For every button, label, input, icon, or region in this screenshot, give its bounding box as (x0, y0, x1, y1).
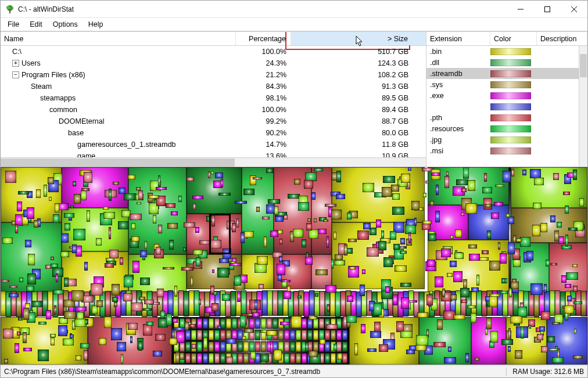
treemap-block[interactable] (9, 286, 17, 288)
treemap-block[interactable] (75, 307, 87, 311)
treemap-block[interactable] (184, 291, 189, 316)
treemap-block[interactable] (284, 353, 289, 363)
treemap-block[interactable] (250, 351, 256, 359)
treemap-block[interactable] (63, 339, 74, 345)
treemap-block[interactable] (244, 329, 254, 333)
treemap-block[interactable] (242, 336, 246, 340)
treemap-block[interactable] (87, 210, 90, 222)
treemap-block[interactable] (38, 322, 46, 325)
treemap-block[interactable] (210, 286, 214, 294)
treemap-block[interactable] (511, 282, 519, 289)
treemap-block[interactable] (26, 286, 34, 291)
treemap-block[interactable] (274, 206, 278, 215)
treemap-block[interactable] (330, 291, 335, 316)
treemap-block[interactable] (84, 262, 88, 271)
treemap-block[interactable] (482, 250, 489, 254)
treemap-block[interactable] (400, 331, 413, 338)
treemap-block[interactable] (293, 229, 303, 237)
treemap-block[interactable] (132, 261, 139, 273)
treemap-block[interactable] (215, 172, 223, 178)
treemap-block[interactable] (334, 344, 337, 351)
treemap-block[interactable] (552, 357, 564, 363)
treemap-block[interactable] (336, 341, 342, 352)
treemap-block[interactable] (309, 229, 318, 239)
treemap-block[interactable] (15, 224, 18, 233)
treemap-block[interactable] (220, 341, 225, 352)
treemap-block[interactable] (547, 336, 555, 343)
treemap-block[interactable] (342, 330, 347, 340)
treemap-block[interactable] (270, 341, 273, 353)
treemap-block[interactable] (411, 201, 420, 210)
treemap-block[interactable] (274, 350, 282, 361)
treemap-block[interactable] (315, 293, 318, 297)
treemap-block[interactable] (302, 239, 306, 247)
treemap-block[interactable] (309, 316, 317, 319)
treemap-block[interactable] (461, 213, 464, 216)
treemap-block[interactable] (408, 167, 411, 171)
treemap-block[interactable] (362, 269, 365, 274)
treemap-block[interactable] (2, 237, 13, 244)
treemap-block[interactable] (557, 222, 562, 228)
treemap-block[interactable] (349, 267, 356, 269)
treemap-block[interactable] (267, 318, 272, 329)
tree-body[interactable]: C:\100.0%510.7 GB+Users24.3%124.3 GB−Pro… (1, 46, 426, 157)
ext-row[interactable]: .dll (426, 57, 587, 68)
treemap-block[interactable] (219, 258, 229, 263)
treemap-block[interactable] (521, 326, 524, 339)
treemap-block[interactable] (217, 326, 221, 329)
treemap-block[interactable] (526, 251, 533, 261)
treemap-block[interactable] (64, 311, 76, 319)
treemap-block[interactable] (220, 353, 225, 363)
treemap-block[interactable] (131, 303, 143, 311)
treemap-block[interactable] (586, 291, 587, 316)
treemap-block[interactable] (550, 290, 555, 316)
treemap-block[interactable] (124, 276, 133, 287)
treemap-block[interactable] (80, 343, 89, 348)
treemap-block[interactable] (395, 265, 407, 272)
treemap-block[interactable] (113, 182, 119, 185)
treemap-block[interactable] (548, 348, 558, 351)
treemap-block[interactable] (178, 196, 182, 202)
treemap-block[interactable] (160, 311, 165, 318)
treemap-block[interactable] (28, 254, 35, 265)
treemap-block[interactable] (534, 178, 544, 185)
treemap-block[interactable] (325, 291, 330, 316)
treemap-block[interactable] (408, 232, 411, 243)
treemap-block[interactable] (574, 329, 576, 334)
treemap-block[interactable] (489, 261, 500, 271)
treemap-block[interactable] (241, 232, 245, 243)
treemap-block[interactable] (169, 338, 177, 345)
treemap-block[interactable] (320, 291, 325, 316)
treemap-block[interactable] (296, 353, 301, 363)
treemap-block[interactable] (46, 310, 51, 319)
treemap-block[interactable] (175, 352, 180, 363)
tree-horizontal-scrollbar[interactable] (1, 157, 426, 167)
treemap-block[interactable] (400, 283, 411, 287)
tree-row[interactable]: common100.0%89.4 GB (1, 104, 426, 116)
treemap-block[interactable] (392, 193, 400, 200)
treemap-block[interactable] (5, 171, 16, 183)
treemap-block[interactable] (212, 269, 214, 273)
treemap-block[interactable] (567, 296, 572, 301)
treemap-block[interactable] (36, 189, 41, 198)
treemap-block[interactable] (257, 256, 268, 265)
treemap-block[interactable] (554, 231, 559, 242)
treemap-block[interactable] (334, 232, 336, 240)
treemap-block[interactable] (208, 171, 210, 178)
treemap-block[interactable] (325, 353, 330, 363)
treemap-block[interactable] (230, 263, 242, 266)
treemap-block[interactable] (331, 330, 336, 340)
ext-row[interactable]: .bin (426, 46, 587, 57)
treemap-block[interactable] (558, 236, 564, 244)
treemap-block[interactable] (51, 257, 54, 260)
treemap-block[interactable] (23, 348, 32, 351)
treemap-block[interactable] (342, 353, 347, 363)
treemap-block[interactable] (9, 293, 19, 297)
treemap-block[interactable] (199, 299, 201, 305)
treemap-block[interactable] (342, 341, 347, 352)
treemap-block[interactable] (331, 353, 336, 363)
treemap-block[interactable] (23, 308, 29, 320)
treemap-block[interactable] (540, 223, 547, 232)
treemap-block[interactable] (128, 175, 135, 179)
treemap-block[interactable] (284, 215, 288, 219)
